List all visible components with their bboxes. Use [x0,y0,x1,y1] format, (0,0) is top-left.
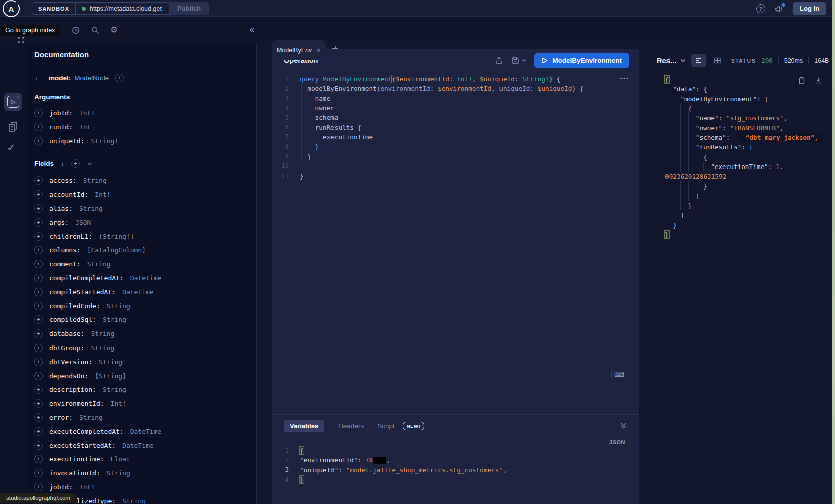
search-icon[interactable] [91,26,100,35]
field-row[interactable]: +alias:String [34,202,256,216]
add-argument-icon[interactable]: + [34,109,43,117]
field-row[interactable]: +executeStartedAt:DateTime [34,438,256,452]
code-line[interactable]: 4 owner [272,103,639,113]
code-line[interactable]: 11} [272,171,639,181]
add-argument-icon[interactable]: + [34,137,43,145]
field-type[interactable]: DateTime [122,288,154,296]
code-line[interactable]: 9 } [272,151,639,161]
json-line[interactable]: } [664,230,828,239]
back-icon[interactable]: ← [34,73,42,82]
sandbox-badge[interactable]: SANDBOX [32,3,76,14]
field-row[interactable]: +database:String [34,327,256,341]
tab-variables[interactable]: Variables [284,420,324,432]
field-row[interactable]: +columns:[CatalogColumn] [34,243,256,257]
field-row[interactable]: +args:JSON [34,215,256,229]
json-line[interactable]: "owner": "TRANSFORMER", [664,123,828,132]
field-row[interactable]: +environmentId:Int! [34,397,256,411]
field-row[interactable]: +compiledSql:String [34,313,256,327]
endpoint-url[interactable]: https://metadata.cloud.get [90,5,166,12]
add-field-icon[interactable]: + [34,399,43,408]
field-name[interactable]: compileCompletedAt: [49,274,124,282]
argument-type[interactable]: Int! [79,109,95,117]
add-field-icon[interactable]: + [34,246,43,254]
field-row[interactable]: +description:String [34,383,256,397]
add-field-icon[interactable]: + [34,329,43,338]
docs-field-type-link[interactable]: ModelNode [74,74,109,82]
history-icon[interactable] [71,26,80,35]
collapse-panel-icon[interactable]: « [249,24,255,34]
schema-diff-icon[interactable] [7,121,19,134]
add-field-icon[interactable]: + [34,344,43,352]
tab-close-icon[interactable]: × [316,46,321,54]
field-name[interactable]: compiledCode: [49,302,100,310]
json-line[interactable]: "name": "stg_customers", [664,113,828,123]
add-field-icon[interactable]: + [34,302,43,310]
field-name[interactable]: compiledSql: [49,316,96,323]
field-type[interactable]: String [79,414,103,421]
field-name[interactable]: args: [49,219,69,226]
chevron-down-icon[interactable] [87,162,92,166]
field-name[interactable]: alias: [49,205,73,212]
graph-icon-partial[interactable] [18,37,25,44]
field-type[interactable]: String [107,302,130,310]
field-row[interactable]: +error:String [34,411,256,425]
checks-icon[interactable]: ✓ [7,142,16,154]
field-row[interactable]: +childrenL1:[String!] [34,229,256,243]
field-type[interactable]: DateTime [130,274,162,282]
field-name[interactable]: executeStartedAt: [49,442,116,449]
field-type[interactable]: String [103,386,126,393]
add-field-icon[interactable]: + [34,260,43,268]
tab-headers[interactable]: Headers [338,422,364,430]
field-type[interactable]: DateTime [130,428,162,435]
field-row[interactable]: +invocationId:String [34,466,256,480]
add-all-fields-icon[interactable]: + [71,159,80,168]
field-type[interactable]: String [91,330,114,338]
add-field-icon[interactable]: + [34,413,43,422]
field-row[interactable]: +access:String [34,174,256,188]
field-type[interactable]: String [122,497,146,504]
code-line[interactable]: 8 } [272,142,639,151]
field-name[interactable]: dependsOn: [49,372,88,380]
add-field-icon[interactable]: + [34,441,43,450]
field-type[interactable]: String [87,260,111,268]
json-line[interactable]: { [664,152,828,161]
code-line[interactable]: 1query ModelByEnvironment($environmentId… [272,74,639,84]
json-line[interactable]: } [664,181,828,191]
add-field-icon[interactable]: + [34,218,43,227]
field-row[interactable]: +comment:String [34,257,256,271]
field-name[interactable]: access: [49,177,77,184]
field-name[interactable]: jobId: [49,483,73,491]
add-field-icon[interactable]: + [34,385,43,394]
add-field-icon[interactable]: + [34,288,43,296]
add-field-icon[interactable]: + [34,315,43,324]
tab-script[interactable]: Script [377,422,395,430]
argument-type[interactable]: Int [79,123,91,131]
field-type[interactable]: String [79,205,103,212]
code-line[interactable]: 10 [272,161,639,171]
field-type[interactable]: Int! [95,191,110,198]
code-line[interactable]: 7 executionTime [272,132,639,142]
add-field-icon[interactable]: + [34,190,43,199]
run-operation-button[interactable]: ModelByEnvironment [534,53,629,68]
help-icon[interactable]: ? [756,4,765,13]
json-line[interactable]: "executionTime": 1. [664,162,828,172]
field-type[interactable]: [String!] [99,233,134,240]
argument-row[interactable]: +runId:Int [34,120,256,134]
field-name[interactable]: columns: [49,246,81,254]
json-line[interactable]: } [664,201,828,210]
field-type[interactable]: [String] [95,372,126,380]
json-line[interactable]: "schema": “dbt_mary_jackson”, [664,133,828,142]
table-view-toggle[interactable] [712,54,724,67]
apollo-logo-icon[interactable]: A [3,0,20,17]
code-line[interactable]: 2"environmentId": 78, [272,455,639,465]
field-row[interactable]: +compiledCode:String [34,299,256,313]
add-field-icon[interactable]: + [34,469,43,477]
json-line[interactable]: ] [664,210,828,220]
field-name[interactable]: executionTime: [49,455,104,463]
field-row[interactable]: +executeCompletedAt:DateTime [34,424,256,438]
field-type[interactable]: String [91,344,114,352]
field-type[interactable]: String [83,177,107,184]
json-line[interactable]: "data": { [664,84,828,94]
argument-type[interactable]: String! [91,137,118,145]
field-type[interactable]: Int! [79,483,95,491]
